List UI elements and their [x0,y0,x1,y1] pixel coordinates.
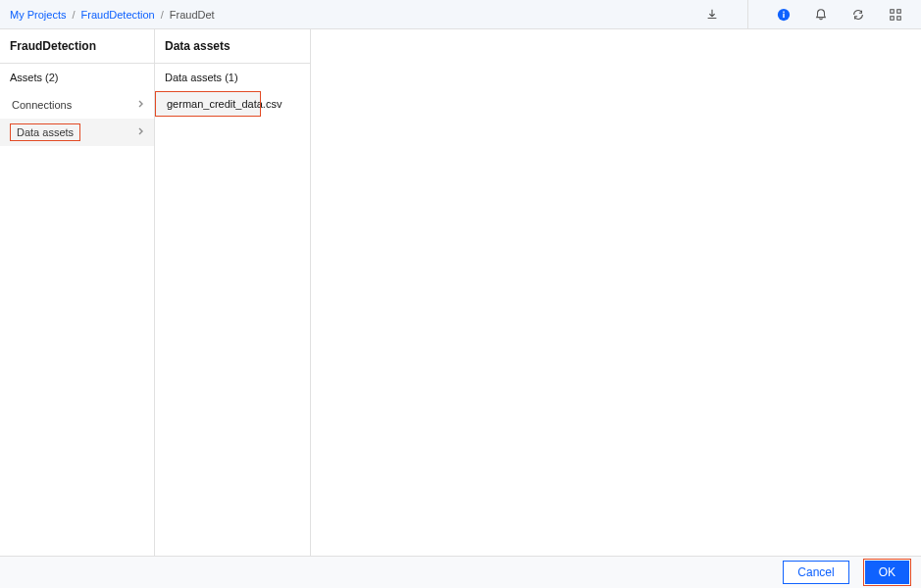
breadcrumb-my-projects[interactable]: My Projects [10,9,66,21]
asset-row-german-credit[interactable]: german_credit_data.csv [155,91,261,117]
refresh-icon[interactable] [850,7,866,23]
data-assets-title: Data assets [155,29,310,64]
chevron-right-icon [136,126,146,138]
footer: Cancel OK [0,556,921,588]
nav-connections[interactable]: Connections [0,91,154,119]
data-assets-panel: Data assets Data assets (1) german_credi… [155,29,311,556]
apps-icon[interactable] [888,7,903,23]
data-assets-count: Data assets (1) [155,64,310,91]
nav-connections-label: Connections [12,99,72,111]
breadcrumb-separator: / [161,9,164,21]
divider [747,0,748,29]
breadcrumb: My Projects / FraudDetection / FraudDet [10,9,215,21]
topbar: My Projects / FraudDetection / FraudDet [0,0,921,29]
chevron-right-icon [136,99,146,111]
topbar-actions [704,0,911,29]
svg-rect-6 [897,16,901,20]
nav-data-assets-label: Data assets [10,123,80,141]
ok-button[interactable]: OK [865,561,909,584]
main-content: FraudDetection Assets (2) Connections Da… [0,29,921,556]
notifications-icon[interactable] [813,7,829,23]
svg-rect-4 [897,9,901,13]
info-icon[interactable] [776,7,792,23]
svg-rect-2 [783,11,784,12]
breadcrumb-fraud-detection[interactable]: FraudDetection [81,9,155,21]
svg-rect-3 [891,9,895,13]
cancel-button[interactable]: Cancel [783,561,848,584]
breadcrumb-separator: / [72,9,75,21]
assets-count: Assets (2) [0,64,154,91]
asset-filename: german_credit_data.csv [167,98,281,110]
assets-panel: FraudDetection Assets (2) Connections Da… [0,29,155,556]
preview-panel [311,29,921,556]
breadcrumb-current: FraudDet [170,9,215,21]
svg-rect-1 [783,13,784,17]
ok-highlight: OK [863,559,911,586]
nav-data-assets[interactable]: Data assets [0,119,154,146]
download-icon[interactable] [704,7,720,23]
svg-rect-5 [891,16,895,20]
project-title: FraudDetection [0,29,154,64]
